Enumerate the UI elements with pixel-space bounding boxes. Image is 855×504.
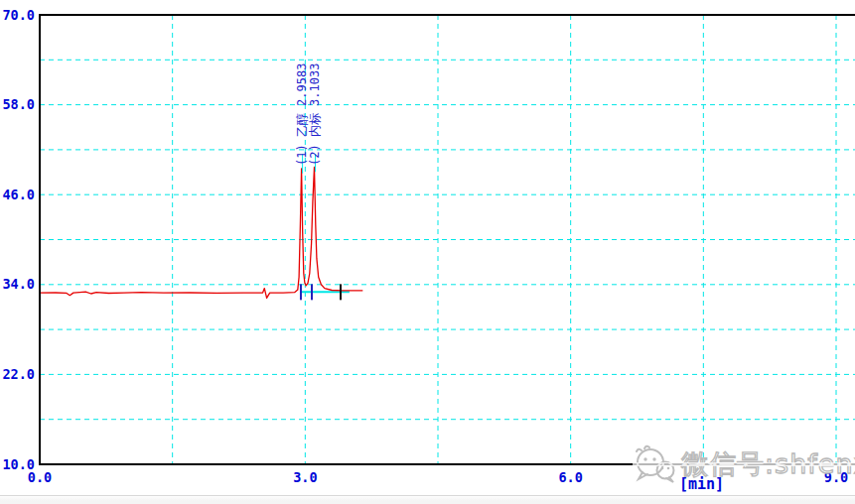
x-tick-label: 9.0 xyxy=(824,469,848,485)
y-tick-label: 34.0 xyxy=(2,276,35,292)
peak-label: (1) 乙醇 2.9583 xyxy=(295,63,309,166)
x-tick-label: 0.0 xyxy=(28,469,52,485)
chromatogram-trace xyxy=(40,167,362,298)
x-tick-label: 3.0 xyxy=(293,469,317,485)
y-tick-label: 46.0 xyxy=(2,187,35,202)
chromatogram-canvas: 10.022.034.046.058.070.00.03.06.09.0 (1)… xyxy=(0,0,855,504)
y-tick-label: 70.0 xyxy=(2,7,35,23)
y-tick-label: 22.0 xyxy=(2,366,35,382)
peak-label: (2) 内标 3.1033 xyxy=(308,63,322,166)
chromatogram-window: 10.022.034.046.058.070.00.03.06.09.0 (1)… xyxy=(0,0,855,504)
peak-label-layer: (1) 乙醇 2.9583(2) 内标 3.1033 xyxy=(295,63,322,174)
tick-label-layer: 10.022.034.046.058.070.00.03.06.09.0 xyxy=(2,7,848,486)
grid-layer xyxy=(40,15,855,464)
y-tick-label: 58.0 xyxy=(2,96,35,112)
trace-layer xyxy=(40,167,362,300)
bottom-window-edge xyxy=(0,495,855,504)
x-axis-unit-label: [min] xyxy=(679,475,724,493)
x-tick-label: 6.0 xyxy=(558,469,582,485)
